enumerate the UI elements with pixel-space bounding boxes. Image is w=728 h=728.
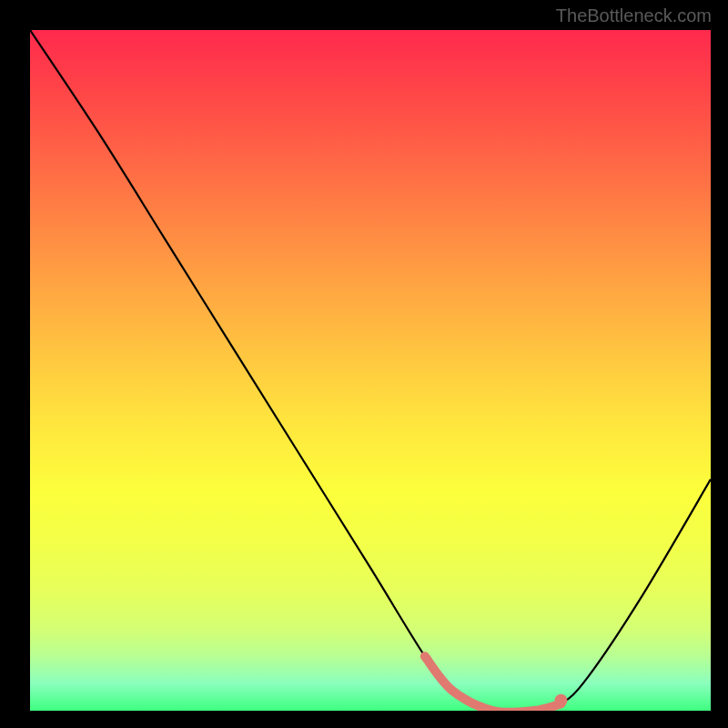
bottleneck-curve-line: [30, 30, 711, 711]
plot-area: [30, 30, 711, 711]
optimal-range-highlight: [425, 656, 561, 711]
watermark-text: TheBottleneck.com: [556, 5, 712, 26]
chart-container: TheBottleneck.com: [0, 0, 728, 728]
highlight-dot: [554, 694, 567, 707]
curve-svg: [30, 30, 711, 711]
